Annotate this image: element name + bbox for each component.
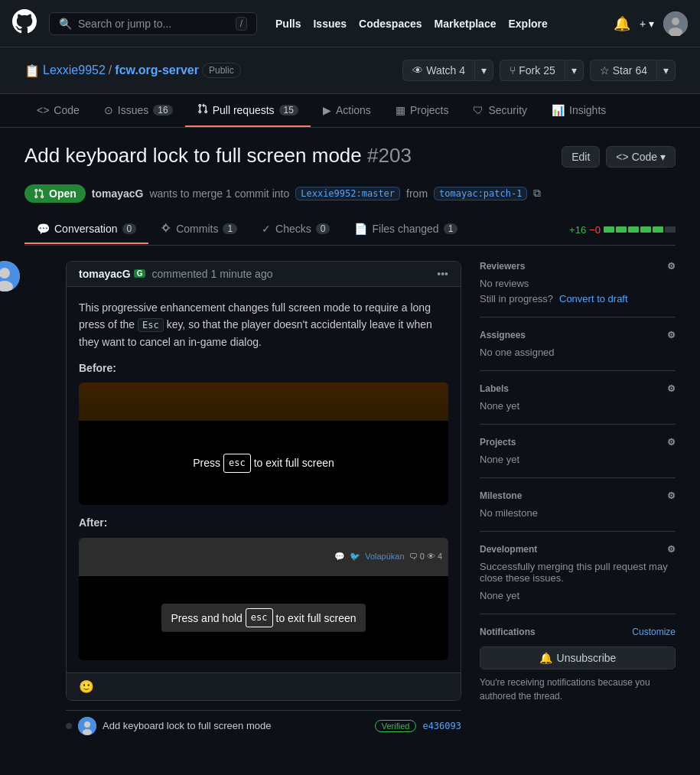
diff-stats: +16 −0 bbox=[569, 224, 676, 236]
comment-menu[interactable]: ••• bbox=[437, 268, 448, 280]
repo-icon: 📋 bbox=[24, 63, 40, 78]
svg-point-7 bbox=[84, 721, 90, 728]
development-text: Successfully merging this pull request m… bbox=[480, 561, 676, 584]
labels-gear[interactable]: ⚙ bbox=[667, 383, 676, 394]
customize-link[interactable]: Customize bbox=[632, 627, 676, 637]
nav-issues[interactable]: Issues bbox=[313, 18, 347, 30]
nav-pulls[interactable]: Pulls bbox=[275, 18, 301, 30]
search-icon: 🔍 bbox=[59, 18, 72, 30]
repo-name[interactable]: fcw.org-server bbox=[115, 63, 199, 77]
tab-issues[interactable]: ⊙ Issues 16 bbox=[92, 94, 185, 127]
tab-code[interactable]: <> Code bbox=[24, 94, 92, 127]
diff-blocks bbox=[604, 226, 676, 233]
user-avatar[interactable] bbox=[663, 11, 688, 36]
notification-description: You're receiving notifications because y… bbox=[480, 676, 676, 703]
bell-icon: 🔔 bbox=[539, 652, 552, 664]
projects-value: None yet bbox=[480, 454, 676, 465]
development-value: None yet bbox=[480, 590, 676, 601]
nav-codespaces[interactable]: Codespaces bbox=[359, 18, 422, 30]
repo-owner[interactable]: Lexxie9952 bbox=[43, 63, 106, 77]
diff-block-6 bbox=[665, 226, 676, 233]
diff-block-2 bbox=[616, 226, 627, 233]
commit-hash[interactable]: e436093 bbox=[422, 721, 461, 731]
breadcrumb: 📋 Lexxie9952 / fcw.org-server Public bbox=[24, 63, 241, 78]
eye-icon: 👁 bbox=[412, 64, 423, 77]
notifications-section: Notifications Customize 🔔 Unsubscribe Yo… bbox=[480, 614, 676, 715]
verified-badge: Verified bbox=[375, 720, 417, 732]
pr-main-column: tomayacG G commented 1 minute ago ••• Th… bbox=[24, 261, 461, 741]
after-label: After: bbox=[79, 514, 448, 531]
commit-row: Add keyboard lock to full screen mode Ve… bbox=[66, 710, 461, 741]
nav-explore[interactable]: Explore bbox=[508, 18, 547, 30]
notifications-header: Notifications Customize bbox=[480, 627, 676, 637]
base-branch[interactable]: Lexxie9952:master bbox=[295, 187, 400, 200]
code-icon: <> bbox=[37, 104, 49, 116]
unsubscribe-button[interactable]: 🔔 Unsubscribe bbox=[480, 646, 676, 669]
before-esc-box: Press esc to exit full screen bbox=[79, 421, 448, 505]
watch-main[interactable]: 👁 Watch 4 bbox=[402, 60, 474, 81]
tab-actions[interactable]: ▶ Actions bbox=[311, 94, 383, 127]
copy-branch-button[interactable]: ⧉ bbox=[533, 187, 541, 200]
pr-tabs: 💬 Conversation 0 Commits 1 ✓ Checks 0 📄 … bbox=[24, 215, 676, 246]
after-screenshot: 💬 🐦 Volapükan 🗨 0 👁 4 Press and hold esc… bbox=[79, 538, 448, 660]
commits-icon bbox=[161, 223, 171, 236]
pr-author[interactable]: tomayacG bbox=[92, 187, 144, 200]
labels-section: Labels ⚙ None yet bbox=[480, 371, 676, 425]
fork-icon: ⑂ bbox=[510, 64, 516, 77]
pr-tab-files[interactable]: 📄 Files changed 1 bbox=[342, 215, 470, 244]
commit-message: Add keyboard lock to full screen mode bbox=[103, 720, 369, 731]
assignees-value: No one assigned bbox=[480, 347, 676, 358]
projects-icon: ▦ bbox=[396, 104, 405, 116]
tab-security[interactable]: 🛡 Security bbox=[461, 94, 539, 127]
svg-point-8 bbox=[83, 729, 92, 735]
open-status-badge: Open bbox=[24, 184, 86, 203]
before-screenshot: Press esc to exit full screen bbox=[79, 383, 448, 505]
pr-tab-commits[interactable]: Commits 1 bbox=[148, 215, 249, 245]
reviewers-gear[interactable]: ⚙ bbox=[667, 261, 676, 272]
reviewers-value: No reviews bbox=[480, 278, 676, 289]
insights-icon: 📊 bbox=[552, 104, 565, 116]
diff-block-3 bbox=[628, 226, 639, 233]
before-label: Before: bbox=[79, 360, 448, 376]
pr-sidebar: Reviewers ⚙ No reviews Still in progress… bbox=[480, 261, 676, 741]
commit-dot bbox=[66, 723, 72, 729]
after-body: Press and hold esc to exit full screen bbox=[79, 576, 448, 660]
assignees-gear[interactable]: ⚙ bbox=[667, 330, 676, 340]
labels-value: None yet bbox=[480, 400, 676, 412]
visibility-badge: Public bbox=[202, 63, 241, 78]
nav-links: Pulls Issues Codespaces Marketplace Expl… bbox=[275, 18, 548, 30]
before-top-bar bbox=[79, 383, 448, 421]
code-button[interactable]: <> Code ▾ bbox=[606, 146, 676, 168]
edit-button[interactable]: Edit bbox=[562, 146, 600, 168]
search-placeholder: Search or jump to... bbox=[78, 18, 171, 30]
notification-icon[interactable]: 🔔 bbox=[614, 15, 630, 32]
pr-tab-conversation[interactable]: 💬 Conversation 0 bbox=[24, 215, 148, 244]
comment-author[interactable]: tomayacG bbox=[79, 268, 131, 280]
tab-projects[interactable]: ▦ Projects bbox=[383, 94, 461, 127]
convert-draft-link[interactable]: Convert to draft bbox=[559, 293, 628, 304]
milestone-gear[interactable]: ⚙ bbox=[667, 490, 676, 501]
tab-insights[interactable]: 📊 Insights bbox=[539, 94, 618, 127]
create-button[interactable]: + ▾ bbox=[640, 18, 654, 30]
esc-key-inline: Esc bbox=[138, 318, 164, 332]
comment-box: tomayacG G commented 1 minute ago ••• Th… bbox=[66, 261, 461, 701]
star-main[interactable]: ☆ Star 64 bbox=[590, 60, 656, 81]
development-gear[interactable]: ⚙ bbox=[667, 544, 676, 555]
star-dropdown[interactable]: ▾ bbox=[656, 60, 676, 81]
fork-dropdown[interactable]: ▾ bbox=[565, 60, 584, 81]
emoji-reaction-button[interactable]: 🙂 bbox=[79, 680, 94, 693]
github-logo[interactable] bbox=[12, 9, 37, 38]
search-shortcut: / bbox=[236, 17, 247, 31]
watch-dropdown[interactable]: ▾ bbox=[474, 60, 493, 81]
milestone-value: No milestone bbox=[480, 507, 676, 519]
projects-gear[interactable]: ⚙ bbox=[667, 437, 676, 448]
fork-main[interactable]: ⑂ Fork 25 bbox=[500, 60, 565, 81]
search-bar[interactable]: 🔍 Search or jump to... / bbox=[49, 12, 257, 35]
pr-tab-checks[interactable]: ✓ Checks 0 bbox=[249, 215, 342, 244]
tab-pull-requests[interactable]: Pull requests 15 bbox=[185, 94, 311, 127]
pr-title: Add keyboard lock to full screen mode #2… bbox=[24, 143, 412, 169]
comment-time: commented 1 minute ago bbox=[151, 268, 272, 280]
commit-avatar bbox=[78, 717, 96, 735]
head-branch[interactable]: tomayac:patch-1 bbox=[434, 187, 527, 200]
nav-marketplace[interactable]: Marketplace bbox=[435, 18, 497, 30]
